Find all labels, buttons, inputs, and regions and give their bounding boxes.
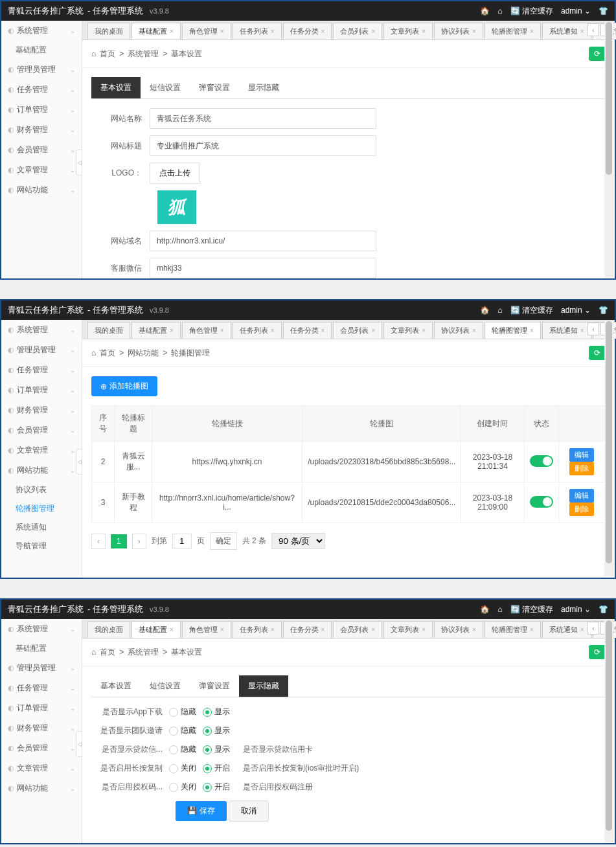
scrollthumb[interactable] <box>606 620 612 831</box>
edit-button[interactable]: 编辑 <box>569 489 594 503</box>
subtab-basic[interactable]: 基本设置 <box>91 675 141 697</box>
shirt-icon[interactable]: 👕 <box>599 605 608 614</box>
subtab-display[interactable]: 显示隐藏 <box>239 675 288 697</box>
sidebar-item-site[interactable]: ◐网站功能⌄ <box>1 180 82 200</box>
delete-button[interactable]: 删除 <box>569 503 594 516</box>
close-icon[interactable]: × <box>321 28 325 35</box>
sidebar-sub-notice[interactable]: 系统通知 <box>1 518 82 537</box>
refresh-button[interactable]: ⟳ <box>589 346 606 360</box>
home-icon[interactable]: 🏠 <box>480 6 490 16</box>
tab-tasklist[interactable]: 任务列表× <box>233 23 282 40</box>
sidebar-item-site[interactable]: ◐网站功能⌄ <box>1 778 82 798</box>
tab-carousel[interactable]: 轮播图管理× <box>485 322 541 339</box>
tab-desktop[interactable]: 我的桌面 <box>87 322 130 339</box>
pager-next[interactable]: › <box>132 534 146 549</box>
subtab-basic[interactable]: 基本设置 <box>91 77 141 98</box>
sidebar-sub-basic[interactable]: 基础配置 <box>1 639 82 658</box>
scrollthumb[interactable] <box>606 321 612 563</box>
shirt-icon[interactable]: 👕 <box>599 6 608 16</box>
radio-hide[interactable]: 隐藏 <box>169 706 196 717</box>
radio-show[interactable]: 显示 <box>203 706 230 717</box>
subtab-popup[interactable]: 弹窗设置 <box>190 77 239 98</box>
tab-taskcat[interactable]: 任务分类× <box>283 621 332 638</box>
sidebar-item-system[interactable]: ◐系统管理⌄ <box>1 21 82 41</box>
clear-cache-button[interactable]: 🔄 清空缓存 <box>510 305 553 316</box>
subtab-display[interactable]: 显示隐藏 <box>239 77 288 98</box>
radio-hide[interactable]: 隐藏 <box>169 725 196 736</box>
sidebar-sub-nav[interactable]: 导航管理 <box>1 537 82 556</box>
scrollbar[interactable] <box>604 620 613 842</box>
sidebar-item-finance[interactable]: ◐财务管理⌄ <box>1 718 82 738</box>
tab-basic-config[interactable]: 基础配置× <box>131 23 181 40</box>
close-icon[interactable]: × <box>530 28 534 35</box>
sidebar-item-member[interactable]: ◐会员管理⌄ <box>1 140 82 160</box>
user-menu[interactable]: admin ⌄ <box>561 6 591 16</box>
subtab-sms[interactable]: 短信设置 <box>141 77 190 98</box>
pager-perpage-select[interactable]: 90 条/页 <box>271 533 325 549</box>
crumb-section[interactable]: 系统管理 <box>128 647 159 658</box>
refresh-button[interactable]: ⟳ <box>589 645 606 659</box>
radio-close[interactable]: 关闭 <box>169 782 196 793</box>
sidebar-item-order[interactable]: ◐订单管理⌄ <box>1 100 82 120</box>
sidebar-item-order[interactable]: ◐订单管理⌄ <box>1 698 82 718</box>
home-icon[interactable]: ⌂ <box>91 49 96 58</box>
crumb-home[interactable]: 首页 <box>100 348 115 359</box>
scrollthumb[interactable] <box>606 22 612 175</box>
tab-carousel[interactable]: 轮播图管理× <box>485 23 541 40</box>
pager-page-1[interactable]: 1 <box>111 534 127 548</box>
tab-articlelist[interactable]: 文章列表× <box>383 23 433 40</box>
home2-icon[interactable]: ⌂ <box>497 306 502 315</box>
sidebar-item-task[interactable]: ◐任务管理⌄ <box>1 360 82 380</box>
tab-taskcat[interactable]: 任务分类× <box>283 322 332 339</box>
status-toggle[interactable] <box>530 496 553 508</box>
scrollbar[interactable] <box>604 22 613 277</box>
input-domain[interactable] <box>150 231 376 251</box>
tab-taskcat[interactable]: 任务分类× <box>283 23 332 40</box>
tab-agreement[interactable]: 协议列表× <box>434 23 483 40</box>
subtab-sms[interactable]: 短信设置 <box>141 675 190 697</box>
close-icon[interactable]: × <box>422 28 426 35</box>
tab-memberlist[interactable]: 会员列表× <box>333 621 382 638</box>
sidebar-item-article[interactable]: ◐文章管理⌄ <box>1 758 82 778</box>
sidebar-item-finance[interactable]: ◐财务管理⌄ <box>1 400 82 420</box>
sidebar-collapse-handle[interactable]: ◁ <box>76 150 82 175</box>
close-icon[interactable]: × <box>170 28 174 35</box>
upload-logo-button[interactable]: 点击上传 <box>150 163 200 184</box>
close-icon[interactable]: × <box>371 28 375 35</box>
tab-role[interactable]: 角色管理× <box>182 621 231 638</box>
sidebar-item-admin[interactable]: ◐管理员管理⌄ <box>1 60 82 80</box>
tabs-prev-button[interactable]: ‹ <box>587 622 599 635</box>
radio-open[interactable]: 开启 <box>203 763 230 774</box>
home-icon[interactable]: 🏠 <box>480 306 490 315</box>
tab-role[interactable]: 角色管理× <box>182 322 231 339</box>
home2-icon[interactable]: ⌂ <box>497 6 502 16</box>
tab-notice[interactable]: 系统通知× <box>542 23 591 40</box>
tab-carousel[interactable]: 轮播图管理× <box>485 621 541 638</box>
sidebar-item-article[interactable]: ◐文章管理⌄ <box>1 440 82 460</box>
crumb-section[interactable]: 系统管理 <box>128 49 159 60</box>
sidebar-item-admin[interactable]: ◐管理员管理⌄ <box>1 340 82 360</box>
close-icon[interactable]: × <box>472 28 476 35</box>
radio-show[interactable]: 显示 <box>203 725 230 736</box>
sidebar-item-order[interactable]: ◐订单管理⌄ <box>1 380 82 400</box>
home-icon[interactable]: ⌂ <box>91 348 96 357</box>
status-toggle[interactable] <box>530 455 553 467</box>
pager-prev[interactable]: ‹ <box>91 534 106 549</box>
tab-memberlist[interactable]: 会员列表× <box>333 322 382 339</box>
delete-button[interactable]: 删除 <box>569 462 594 475</box>
sidebar-item-admin[interactable]: ◐管理员管理⌄ <box>1 658 82 678</box>
crumb-home[interactable]: 首页 <box>100 647 115 658</box>
tab-agreement[interactable]: 协议列表× <box>434 621 483 638</box>
input-wechat[interactable] <box>150 258 376 278</box>
crumb-section[interactable]: 网站功能 <box>128 348 159 359</box>
close-icon[interactable]: × <box>220 28 224 35</box>
tab-basic-config[interactable]: 基础配置× <box>131 621 181 638</box>
close-icon[interactable]: × <box>580 28 584 35</box>
tab-agreement[interactable]: 协议列表× <box>434 322 483 339</box>
sidebar-item-article[interactable]: ◐文章管理⌄ <box>1 160 82 180</box>
tab-notice[interactable]: 系统通知× <box>542 621 591 638</box>
sidebar-item-task[interactable]: ◐任务管理⌄ <box>1 678 82 698</box>
input-sitetitle[interactable] <box>150 135 376 156</box>
tab-tasklist[interactable]: 任务列表× <box>233 322 282 339</box>
tabs-prev-button[interactable]: ‹ <box>587 23 599 36</box>
